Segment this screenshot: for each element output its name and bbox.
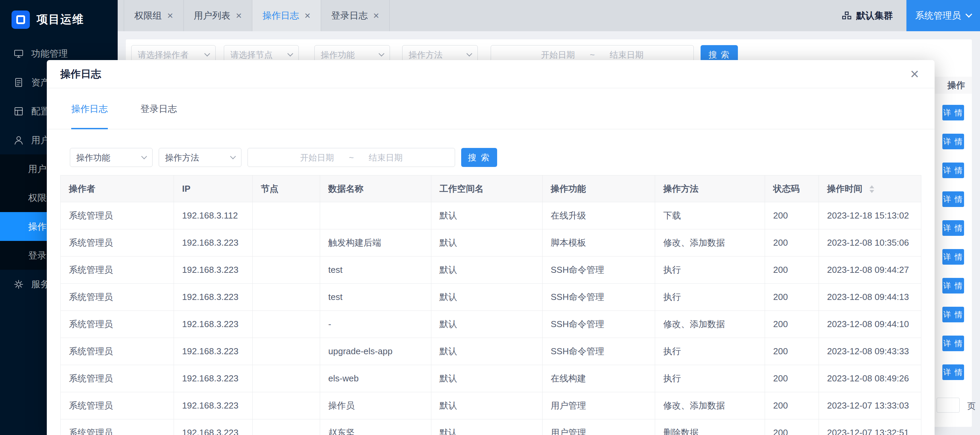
tab-bar: 权限组 × 用户列表 × 操作日志 × 登录日志 × xyxy=(124,0,390,31)
table-cell: 192.168.3.223 xyxy=(174,284,253,311)
column-header: 节点 xyxy=(253,175,320,202)
sidebar-item-label: 功能管理 xyxy=(31,48,68,60)
table-cell xyxy=(253,284,320,311)
modal-tab-operation-log[interactable]: 操作日志 xyxy=(71,88,108,129)
range-separator: ~ xyxy=(590,50,595,60)
table-cell: 系统管理员 xyxy=(61,229,174,257)
table-cell xyxy=(253,392,320,419)
table-cell: 200 xyxy=(765,257,819,284)
tab-login-log[interactable]: 登录日志 × xyxy=(321,0,390,31)
cluster-icon xyxy=(842,11,851,20)
select-placeholder: 操作方法 xyxy=(409,49,442,61)
table-cell: 192.168.3.112 xyxy=(174,202,253,229)
method-select[interactable]: 操作方法 xyxy=(159,148,242,167)
table-cell: SSH命令管理 xyxy=(542,284,655,311)
tab-label: 用户列表 xyxy=(194,10,231,22)
table-cell: 默认 xyxy=(431,311,542,338)
user-icon xyxy=(14,135,24,145)
table-cell: 赵东坚 xyxy=(320,419,431,435)
table-cell: 2023-12-08 09:44:27 xyxy=(819,257,921,284)
document-icon xyxy=(14,77,24,88)
select-placeholder: 操作方法 xyxy=(165,152,199,163)
close-icon[interactable]: × xyxy=(373,11,379,21)
modal-close-icon[interactable]: × xyxy=(910,67,919,81)
column-header: 状态码 xyxy=(765,175,819,202)
close-icon[interactable]: × xyxy=(236,11,242,21)
table-header-row: 操作者 IP 节点 数据名称 工作空间名 操作功能 操作方法 状态码 操作时间 xyxy=(61,175,921,202)
detail-button[interactable]: 详 情 xyxy=(942,163,964,178)
function-select[interactable]: 操作功能 xyxy=(70,148,153,167)
table-cell: 系统管理员 xyxy=(61,419,174,435)
chevron-down-icon xyxy=(288,51,293,57)
close-icon[interactable]: × xyxy=(167,11,173,21)
user-label: 系统管理员 xyxy=(915,10,961,22)
chevron-down-icon xyxy=(966,11,972,18)
user-menu-button[interactable]: 系统管理员 xyxy=(907,0,980,31)
table-cell: 执行 xyxy=(655,284,765,311)
table-cell: 192.168.3.223 xyxy=(174,419,253,435)
detail-button[interactable]: 详 情 xyxy=(942,191,964,207)
table-cell: 200 xyxy=(765,202,819,229)
table-row: 系统管理员192.168.3.223els-web默认在线构建执行2002023… xyxy=(61,365,921,392)
chevron-down-icon xyxy=(142,154,147,159)
operation-column-header: 操作 xyxy=(935,76,972,94)
table-cell: - xyxy=(320,311,431,338)
table-cell: SSH命令管理 xyxy=(542,311,655,338)
table-cell xyxy=(253,419,320,435)
table-cell: 默认 xyxy=(431,419,542,435)
close-icon[interactable]: × xyxy=(304,11,310,21)
table-row: 系统管理员192.168.3.223test默认SSH命令管理执行2002023… xyxy=(61,284,921,311)
table-cell: 在线构建 xyxy=(542,365,655,392)
end-date-placeholder: 结束日期 xyxy=(610,49,644,61)
modal-tab-login-log[interactable]: 登录日志 xyxy=(140,88,177,129)
table-row: 系统管理员192.168.3.223赵东坚默认用户管理删除数据2002023-1… xyxy=(61,419,921,435)
table-cell: SSH命令管理 xyxy=(542,257,655,284)
table-cell: 2023-12-08 09:44:13 xyxy=(819,284,921,311)
table-cell: 系统管理员 xyxy=(61,311,174,338)
table-cell xyxy=(320,202,431,229)
table-cell: 系统管理员 xyxy=(61,392,174,419)
detail-button[interactable]: 详 情 xyxy=(942,134,964,149)
page-jump-input[interactable] xyxy=(937,398,960,413)
table-cell: 修改、添加数据 xyxy=(655,392,765,419)
sort-icon[interactable] xyxy=(869,185,874,193)
table-cell xyxy=(253,257,320,284)
detail-button[interactable]: 详 情 xyxy=(942,278,964,293)
app-logo: 项目运维 xyxy=(0,0,118,39)
table-cell: 2023-12-07 13:32:51 xyxy=(819,419,921,435)
page-suffix-label: 页 xyxy=(967,400,975,411)
table-cell: 系统管理员 xyxy=(61,202,174,229)
date-range-picker[interactable]: 开始日期 ~ 结束日期 xyxy=(248,148,455,167)
tab-user-list[interactable]: 用户列表 × xyxy=(184,0,253,31)
gear-icon xyxy=(14,279,24,290)
layout-icon xyxy=(14,106,24,116)
table-cell: 默认 xyxy=(431,284,542,311)
chevron-down-icon xyxy=(204,51,210,57)
modal-filter-bar: 操作功能 操作方法 开始日期 ~ 结束日期 搜 索 xyxy=(70,148,921,167)
table-cell: 系统管理员 xyxy=(61,338,174,365)
table-cell: 默认 xyxy=(431,392,542,419)
table-cell: 系统管理员 xyxy=(61,365,174,392)
detail-button[interactable]: 详 情 xyxy=(942,105,964,121)
table-cell xyxy=(253,229,320,257)
tab-label: 操作日志 xyxy=(262,10,299,22)
table-cell: 200 xyxy=(765,311,819,338)
column-header: 操作者 xyxy=(61,175,174,202)
tab-permission-group[interactable]: 权限组 × xyxy=(124,0,184,31)
table-row: 系统管理员192.168.3.223test默认SSH命令管理执行2002023… xyxy=(61,257,921,284)
start-date-placeholder: 开始日期 xyxy=(300,152,334,163)
table-cell xyxy=(253,365,320,392)
tab-operation-log[interactable]: 操作日志 × xyxy=(252,0,321,31)
detail-button[interactable]: 详 情 xyxy=(942,336,964,351)
modal-search-button[interactable]: 搜 索 xyxy=(461,148,497,167)
table-cell: 192.168.3.223 xyxy=(174,311,253,338)
table-cell: els-web xyxy=(320,365,431,392)
topbar: 权限组 × 用户列表 × 操作日志 × 登录日志 × 默认集群 系统管理员 xyxy=(118,0,980,31)
detail-button[interactable]: 详 情 xyxy=(942,220,964,236)
detail-button[interactable]: 详 情 xyxy=(942,249,964,265)
range-separator: ~ xyxy=(349,153,354,163)
table-cell: 系统管理员 xyxy=(61,284,174,311)
cluster-selector[interactable]: 默认集群 xyxy=(842,10,893,22)
detail-button[interactable]: 详 情 xyxy=(942,307,964,322)
detail-button[interactable]: 详 情 xyxy=(942,365,964,380)
